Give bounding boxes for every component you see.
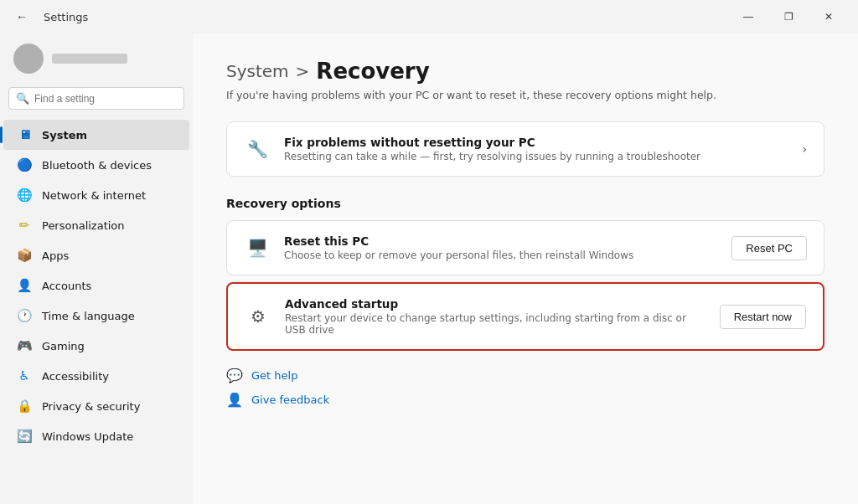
time-icon: 🕐 [17,308,32,323]
section-title: Recovery options [226,197,824,210]
avatar [13,44,44,74]
restart-now-button[interactable]: Restart now [720,305,806,329]
update-icon: 🔄 [17,429,32,444]
search-icon: 🔍 [16,92,29,105]
accessibility-icon: ♿ [17,368,32,383]
sidebar-label-personalization: Personalization [42,219,125,232]
sidebar-label-bluetooth: Bluetooth & devices [42,159,152,172]
sidebar-item-system[interactable]: 🖥 System [3,120,189,150]
titlebar: ← Settings — ❐ ✕ [0,0,858,33]
give-feedback-label: Give feedback [251,393,329,406]
search-box[interactable]: 🔍 [8,87,184,110]
sidebar-label-time: Time & language [42,310,135,322]
reset-pc-card: 🖥️ Reset this PC Choose to keep or remov… [226,220,824,275]
sidebar-item-accounts[interactable]: 👤 Accounts [3,270,189,301]
network-icon: 🌐 [17,188,32,203]
reset-pc-desc: Choose to keep or remove your personal f… [284,249,718,261]
sidebar-item-apps[interactable]: 📦 Apps [3,240,189,270]
get-help-icon: 💬 [226,368,243,383]
search-input[interactable] [34,93,177,105]
page-subtitle: If you're having problems with your PC o… [226,89,824,101]
app-body: 🔍 🖥 System 🔵 Bluetooth & devices 🌐 Netwo… [0,33,858,504]
window-controls: — ❐ ✕ [729,3,848,30]
system-icon: 🖥 [17,127,32,142]
reset-pc-title: Reset this PC [284,234,718,248]
get-help-link[interactable]: 💬 Get help [226,368,824,383]
reset-pc-button[interactable]: Reset PC [731,236,807,260]
fix-icon: 🔧 [244,136,271,162]
back-button[interactable]: ← [10,5,34,28]
fix-problems-card[interactable]: 🔧 Fix problems without resetting your PC… [226,121,824,177]
reset-pc-text: Reset this PC Choose to keep or remove y… [284,234,718,261]
advanced-startup-card: ⚙️ Advanced startup Restart your device … [226,282,824,351]
advanced-startup-title: Advanced startup [285,297,706,311]
app-title: Settings [44,11,88,23]
privacy-icon: 🔒 [17,399,32,414]
sidebar-item-privacy[interactable]: 🔒 Privacy & security [3,391,189,421]
sidebar-item-time[interactable]: 🕐 Time & language [3,301,189,331]
advanced-startup-desc: Restart your device to change startup se… [285,312,706,336]
sidebar-label-apps: Apps [42,249,69,262]
sidebar-item-accessibility[interactable]: ♿ Accessibility [3,361,189,391]
sidebar-item-bluetooth[interactable]: 🔵 Bluetooth & devices [3,150,189,180]
main-content: System > Recovery If you're having probl… [193,33,858,504]
sidebar-item-gaming[interactable]: 🎮 Gaming [3,331,189,361]
personalization-icon: ✏️ [17,218,32,233]
advanced-startup-text: Advanced startup Restart your device to … [285,297,706,336]
sidebar-label-update: Windows Update [42,430,133,443]
give-feedback-icon: 👤 [226,392,243,408]
sidebar-item-personalization[interactable]: ✏️ Personalization [3,210,189,240]
fix-card-title: Fix problems without resetting your PC [284,136,788,149]
sidebar-item-network[interactable]: 🌐 Network & internet [3,180,189,210]
breadcrumb-separator: > [296,61,310,81]
advanced-startup-icon: ⚙️ [245,303,271,330]
fix-card-text: Fix problems without resetting your PC R… [284,136,788,162]
accounts-icon: 👤 [17,278,32,293]
sidebar-label-accessibility: Accessibility [42,370,109,383]
page-title: Recovery [316,59,429,84]
chevron-right-icon: › [802,142,807,156]
gaming-icon: 🎮 [17,338,32,353]
breadcrumb-parent: System [226,61,289,81]
breadcrumb: System > Recovery [226,59,824,84]
sidebar: 🔍 🖥 System 🔵 Bluetooth & devices 🌐 Netwo… [0,33,193,504]
sidebar-label-system: System [42,129,87,141]
help-links: 💬 Get help 👤 Give feedback [226,368,824,408]
profile-name [52,54,127,64]
sidebar-label-privacy: Privacy & security [42,400,140,413]
sidebar-label-network: Network & internet [42,189,146,202]
get-help-label: Get help [251,369,297,382]
reset-pc-icon: 🖥️ [244,234,271,261]
close-button[interactable]: ✕ [809,3,848,30]
bluetooth-icon: 🔵 [17,157,32,172]
minimize-button[interactable]: — [729,3,768,30]
sidebar-label-accounts: Accounts [42,280,91,292]
profile-area [0,33,193,87]
sidebar-item-update[interactable]: 🔄 Windows Update [3,421,189,451]
titlebar-left: ← Settings [10,5,88,28]
restore-button[interactable]: ❐ [769,3,808,30]
give-feedback-link[interactable]: 👤 Give feedback [226,392,824,408]
sidebar-label-gaming: Gaming [42,340,85,352]
fix-card-desc: Resetting can take a while — first, try … [284,151,788,162]
apps-icon: 📦 [17,248,32,263]
